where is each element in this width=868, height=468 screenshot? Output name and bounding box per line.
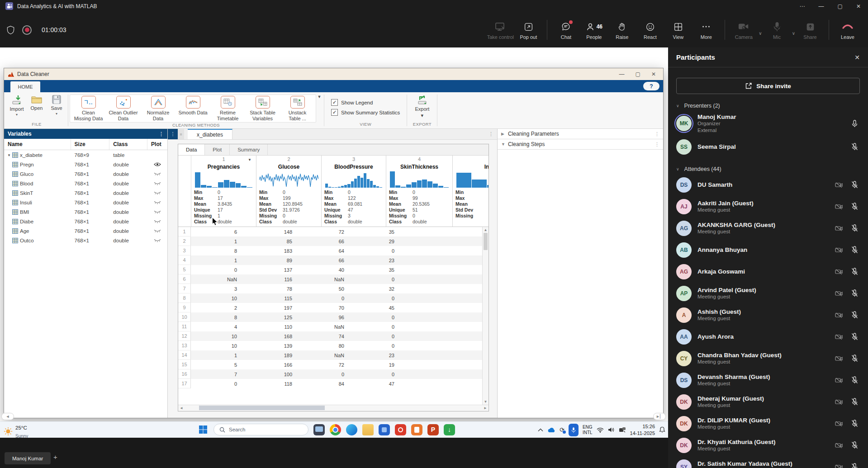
variable-row[interactable]: ▾ x_diabete 768×9 table xyxy=(4,150,167,160)
downloads-icon[interactable]: ↓ xyxy=(444,424,455,435)
show-summary-statistics-checkbox[interactable]: ✓Show Summary Statistics xyxy=(331,109,400,116)
tab-home[interactable]: HOME xyxy=(10,81,40,92)
attendee-row[interactable]: AG AKANKSHA GARG (Guest) Meeting guest xyxy=(676,217,860,239)
table-column-header[interactable]: 1▼ Pregnancies Min0Max17Mean3.8435Unique… xyxy=(191,156,256,227)
table-column-header[interactable]: 3▼ BloodPressure Min0Max122Mean69.081Uni… xyxy=(322,156,386,227)
tab-x-diabetes[interactable]: x_diabetes xyxy=(188,129,232,139)
variable-plot-cell[interactable] xyxy=(147,181,167,186)
attendee-row[interactable]: CY Chandra Bhan Yadav (Guest) Meeting gu… xyxy=(676,348,860,369)
document-menu-icon[interactable]: ⋮ xyxy=(489,129,497,139)
maximize-icon[interactable]: ▢ xyxy=(838,3,843,9)
eye-closed-icon[interactable] xyxy=(154,228,161,233)
variable-plot-cell[interactable] xyxy=(147,162,167,167)
collapsed-caret-icon[interactable]: ▶ xyxy=(501,132,505,136)
more-window-icon[interactable]: ⋯ xyxy=(800,3,805,9)
cleaning-method-button[interactable]: Retime Timetable xyxy=(210,96,245,121)
scroll-left-hint-icon[interactable]: ◄ xyxy=(1,413,14,420)
cleaning-parameters-header[interactable]: ▶ Cleaning Parameters ⋮ xyxy=(498,129,663,139)
column-header-size[interactable]: Size xyxy=(71,139,110,150)
powerpoint-icon[interactable]: P xyxy=(427,424,439,435)
raise-hand-button[interactable]: Raise xyxy=(608,20,636,40)
table-column-header[interactable]: 4▼ SkinThickness Min0Max99Mean20.5365Uni… xyxy=(386,156,453,227)
maximize-icon[interactable]: ▢ xyxy=(636,71,640,77)
help-button[interactable]: ? xyxy=(643,82,659,90)
cleaning-method-button[interactable]: Clean Outlier Data xyxy=(106,96,141,121)
volume-icon[interactable] xyxy=(608,427,615,433)
attendee-row[interactable]: A Ashish (Guest) Meeting guest xyxy=(676,304,860,326)
attendee-row[interactable]: AJ Aakriti Jain (Guest) Meeting guest xyxy=(676,196,860,217)
save-button[interactable]: Save ▾ xyxy=(47,95,66,116)
pop-out-button[interactable]: Pop out xyxy=(514,20,542,40)
attendee-row[interactable]: DK Dr. Khyati Kathuria (Guest) Meeting g… xyxy=(676,435,860,456)
teams-tray-icon[interactable] xyxy=(619,427,626,433)
attendee-row[interactable]: AB Annanya Bhuyan xyxy=(676,239,860,261)
attendee-row[interactable]: DK Dheeraj Kumar (Guest) Meeting guest xyxy=(676,391,860,413)
add-tab-button[interactable]: + xyxy=(53,453,57,461)
table-row[interactable]: 13 10139800 xyxy=(178,341,482,350)
eye-closed-icon[interactable] xyxy=(154,238,161,243)
table-column-header[interactable]: ▼ In MinMaxMeanStd DevMissing xyxy=(453,156,489,227)
table-row[interactable]: 17 01188447 xyxy=(178,379,482,388)
attendee-row[interactable]: DS Devansh Sharma (Guest) Meeting guest xyxy=(676,369,860,391)
table-row[interactable]: 5 01374035 xyxy=(178,265,482,274)
variable-plot-cell[interactable] xyxy=(147,238,167,243)
cleaning-method-button[interactable]: Clean Missing Data xyxy=(71,96,106,121)
cleaning-method-button[interactable]: Normalize Data xyxy=(141,96,175,121)
table-row[interactable]: 11 4110NaN0 xyxy=(178,322,482,331)
scroll-right-hint-icon[interactable]: ►▏ xyxy=(653,413,666,420)
red-app-icon[interactable] xyxy=(395,424,406,435)
chrome-icon[interactable] xyxy=(330,424,341,435)
people-button[interactable]: 46 People xyxy=(580,20,608,40)
import-button[interactable]: Import ▾ xyxy=(7,95,27,117)
monitor-app-icon[interactable] xyxy=(313,424,325,435)
variable-row[interactable]: ▾ Blood 768×1 double xyxy=(4,179,167,188)
attendee-row[interactable]: SY Dr. Satish Kumar Yadava (Guest) Meeti… xyxy=(676,456,860,468)
clock[interactable]: 15:2614-11-2025 xyxy=(630,423,655,436)
import-dropdown-icon[interactable]: ▾ xyxy=(16,113,18,117)
tab-data[interactable]: Data xyxy=(178,144,205,155)
edge-icon[interactable] xyxy=(346,424,357,435)
calendar-app-icon[interactable] xyxy=(411,424,422,435)
variable-plot-cell[interactable] xyxy=(147,190,167,195)
vertical-scrollbar[interactable]: ▲ ▼ xyxy=(482,227,489,405)
open-button[interactable]: Open xyxy=(27,95,47,111)
variable-row[interactable]: ▾ Diabe 768×1 double xyxy=(4,217,167,226)
table-row[interactable]: 1 61487235 xyxy=(178,227,482,236)
vertical-scroll-thumb[interactable] xyxy=(484,233,488,250)
expanded-caret-icon[interactable]: ▼ xyxy=(501,142,505,147)
table-row[interactable]: 8 1011500 xyxy=(178,293,482,303)
variables-menu-icon[interactable]: ⋮ xyxy=(159,131,164,137)
tree-expand-icon[interactable]: ▾ xyxy=(6,153,12,157)
workspace-tab[interactable]: Manoj Kumar xyxy=(5,452,51,464)
variable-row[interactable]: ▾ Pregn 768×1 double xyxy=(4,160,167,169)
horizontal-scroll-thumb[interactable] xyxy=(199,406,325,410)
save-dropdown-icon[interactable]: ▾ xyxy=(56,112,57,116)
variable-plot-cell[interactable] xyxy=(147,200,167,205)
sort-dropdown-icon[interactable]: ▼ xyxy=(248,158,251,162)
minimize-icon[interactable]: — xyxy=(819,3,824,9)
eye-closed-icon[interactable] xyxy=(154,171,161,176)
attendee-row[interactable]: AP Arvind Patel (Guest) Meeting guest xyxy=(676,283,860,304)
close-panel-icon[interactable]: ✕ xyxy=(854,54,860,61)
table-row[interactable]: 9 21977045 xyxy=(178,303,482,312)
table-row[interactable]: 3 8183640 xyxy=(178,246,482,255)
export-dropdown-icon[interactable]: ▾ xyxy=(421,113,424,118)
chat-button[interactable]: Chat xyxy=(552,20,580,40)
scroll-left-icon[interactable]: ◄ xyxy=(178,406,185,410)
start-button[interactable] xyxy=(198,424,209,435)
variable-row[interactable]: ▾ Age 768×1 double xyxy=(4,226,167,236)
panel-menu-icon[interactable]: ⋮ xyxy=(655,142,659,147)
horizontal-scrollbar[interactable]: ◄ ► xyxy=(178,405,489,411)
column-header-class[interactable]: Class xyxy=(109,139,147,150)
eye-closed-icon[interactable] xyxy=(154,200,161,205)
attendee-row[interactable]: AG Arkaja Goswami xyxy=(676,261,860,283)
weather-widget[interactable]: 25°CSunny xyxy=(4,423,28,440)
table-row[interactable]: 15 51667219 xyxy=(178,360,482,369)
attendee-row[interactable]: DK Dr. DILIP KUMAR (Guest) Meeting guest xyxy=(676,413,860,435)
panel-menu-icon[interactable]: ⋮ xyxy=(655,131,659,137)
variable-plot-cell[interactable] xyxy=(147,171,167,176)
table-row[interactable]: 16 710000 xyxy=(178,369,482,379)
shield-icon[interactable] xyxy=(6,25,15,35)
blue-app-icon[interactable] xyxy=(379,424,390,435)
presenter-row[interactable]: SS Seema Sirpal xyxy=(676,137,860,157)
